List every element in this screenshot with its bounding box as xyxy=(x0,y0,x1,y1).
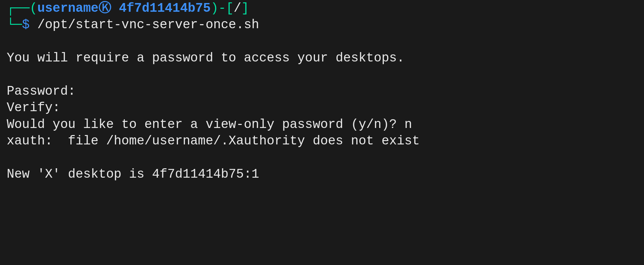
blank-line xyxy=(7,67,637,83)
output-viewonly-prompt: Would you like to enter a view-only pass… xyxy=(7,116,637,133)
terminal-window[interactable]: ┌──(usernameⓀ 4f7d11414b75)-[/] └─$ /opt… xyxy=(0,0,644,189)
output-new-desktop: New 'X' desktop is 4f7d11414b75:1 xyxy=(7,166,637,182)
prompt-bracket-close: ] xyxy=(241,1,249,15)
blank-line xyxy=(7,149,637,166)
prompt-box-corner-bottom: └─ xyxy=(7,17,22,32)
prompt-circled-k-icon: Ⓚ xyxy=(99,1,111,15)
prompt-dollar: $ xyxy=(22,17,30,32)
blank-line xyxy=(7,33,637,50)
prompt-dash-bracket: -[ xyxy=(218,1,234,15)
prompt-close-paren: ) xyxy=(211,1,218,15)
output-require-password: You will require a password to access yo… xyxy=(7,50,637,66)
output-xauth-warning: xauth: file /home/username/.Xauthority d… xyxy=(7,133,637,149)
output-verify-prompt: Verify: xyxy=(7,99,637,116)
prompt-space xyxy=(111,1,119,15)
command-text: /opt/start-vnc-server-once.sh xyxy=(37,17,259,32)
prompt-open-paren: ( xyxy=(30,1,37,15)
prompt-username: username xyxy=(37,1,98,15)
prompt-box-corner-top: ┌── xyxy=(7,1,30,15)
prompt-hostname: 4f7d11414b75 xyxy=(119,1,211,15)
prompt-path: / xyxy=(234,1,241,15)
prompt-line-2: └─$ /opt/start-vnc-server-once.sh xyxy=(7,16,637,33)
output-password-prompt: Password: xyxy=(7,83,637,99)
prompt-line-1: ┌──(usernameⓀ 4f7d11414b75)-[/] xyxy=(7,0,637,16)
